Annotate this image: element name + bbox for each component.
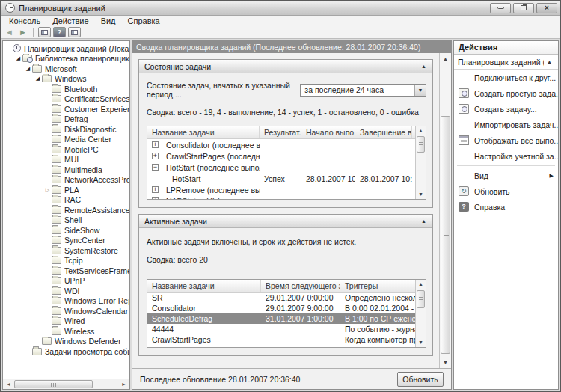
active-task-row[interactable]: ScheduledDefrag31.01.2007 1:00:00В 1:00 …: [147, 313, 415, 324]
collapsed-arrow-icon[interactable]: ▷: [43, 187, 52, 193]
tree-item[interactable]: SyncCenter: [3, 236, 129, 246]
tree-item[interactable]: Media Center: [3, 135, 129, 145]
tree-item[interactable]: Windows Defender: [3, 337, 129, 347]
summary-panel-scrollbar[interactable]: ▲ ▼: [439, 53, 451, 368]
tree-item[interactable]: Задачи просмотра событий: [3, 346, 129, 357]
collapse-minus-icon[interactable]: −: [152, 164, 159, 171]
summary-scroll-thumb[interactable]: [441, 116, 450, 354]
action-item[interactable]: Создать задачу...: [454, 101, 558, 117]
active-task-row[interactable]: CrawlStartPagesКогда компьютер прос...: [147, 334, 415, 345]
expand-plus-icon[interactable]: +: [152, 197, 159, 199]
expanded-arrow-icon[interactable]: ◢: [24, 66, 32, 72]
tree-item[interactable]: Windows Error Reporting: [3, 296, 129, 307]
column-header[interactable]: Название задачи: [147, 280, 261, 292]
tree-item[interactable]: MUI: [3, 155, 129, 165]
column-header[interactable]: Начало выпо...: [301, 126, 355, 138]
tree-item[interactable]: UPnP: [3, 276, 129, 287]
status-table-row[interactable]: +LPRemove (последнее выполн...: [147, 184, 415, 195]
tree-item[interactable]: ◢Microsoft: [3, 64, 129, 74]
tree-item[interactable]: DiskDiagnostic: [3, 124, 129, 135]
action-item[interactable]: Импортировать задач...: [454, 117, 558, 132]
tree-item[interactable]: MobilePC: [3, 144, 129, 155]
status-table-row[interactable]: −HotStart (последнее выполне...: [147, 162, 415, 173]
actions-group-header[interactable]: Планировщик заданий (Л... ▲: [454, 55, 558, 70]
status-table-scroll-thumb[interactable]: [417, 136, 425, 153]
show-console-tree-button[interactable]: [38, 27, 51, 37]
tree-item[interactable]: Bluetooth: [3, 84, 129, 94]
column-header[interactable]: Время следующего зап...: [261, 280, 340, 292]
tree-item[interactable]: Wired: [3, 316, 129, 327]
status-period-dropdown[interactable]: за последние 24 часа ▼: [300, 84, 426, 97]
tree-item[interactable]: Multimedia: [3, 165, 129, 175]
expand-plus-icon[interactable]: +: [152, 141, 159, 148]
tree-item[interactable]: Планировщик заданий (Локальный): [3, 43, 129, 54]
collapse-active-section-icon[interactable]: ▲: [418, 216, 429, 227]
column-header[interactable]: Результат...: [260, 126, 301, 138]
minimize-button[interactable]: [490, 3, 511, 13]
refresh-button[interactable]: Обновить: [397, 372, 444, 387]
expanded-arrow-icon[interactable]: ◢: [34, 76, 42, 82]
active-task-row[interactable]: HotStart: [147, 345, 415, 347]
collapse-status-section-icon[interactable]: ▲: [418, 61, 429, 72]
tree-item[interactable]: RAC: [3, 195, 129, 206]
column-header[interactable]: Завершение в...: [355, 126, 412, 138]
back-arrow-icon[interactable]: ◄: [4, 28, 15, 37]
expand-plus-icon[interactable]: +: [152, 153, 159, 159]
scroll-up-icon[interactable]: ▲: [416, 280, 426, 289]
action-item[interactable]: Отображать все выпо...: [454, 132, 558, 148]
action-item[interactable]: Подключиться к друг...: [454, 70, 558, 85]
tree-item[interactable]: SystemRestore: [3, 245, 129, 256]
status-table-row[interactable]: +Consolidator (последнее выпо...: [147, 139, 415, 150]
status-table-scrollbar[interactable]: ▲ ▼: [415, 126, 426, 199]
tree-item[interactable]: CertificateServicesClient: [3, 94, 129, 105]
tree-item[interactable]: RemoteAssistance: [3, 205, 129, 215]
tree-item[interactable]: ▷PLA: [3, 185, 129, 195]
expand-plus-icon[interactable]: +: [152, 186, 159, 193]
action-item[interactable]: ↻Обновить: [454, 183, 558, 199]
chevron-down-icon[interactable]: ▼: [414, 85, 426, 96]
horizontal-scroll-thumb[interactable]: [14, 380, 93, 388]
active-task-row[interactable]: SR29.01.2007 0:00:00Определено несколько…: [147, 293, 415, 303]
tree-item[interactable]: Tcpip: [3, 256, 129, 266]
scroll-right-icon[interactable]: ►: [119, 380, 129, 388]
menu-help[interactable]: Справка: [123, 16, 165, 25]
scroll-down-icon[interactable]: ▼: [441, 358, 450, 367]
tree-item[interactable]: NetworkAccessProtectio: [3, 175, 129, 186]
column-header[interactable]: Триггеры: [340, 280, 423, 292]
action-item[interactable]: Создать простую зада...: [454, 85, 558, 101]
action-item[interactable]: ?Справка: [454, 199, 558, 215]
active-table-scroll-thumb[interactable]: [417, 290, 425, 308]
scroll-down-icon[interactable]: ▼: [416, 338, 426, 347]
tree-item[interactable]: TextServicesFramework: [3, 266, 129, 276]
active-task-row[interactable]: 44444По событию - журнал: ...: [147, 324, 415, 334]
active-task-row[interactable]: Consolidator29.01.2007 9:00:00В 0:00 02.…: [147, 303, 415, 313]
tree-item[interactable]: Shell: [3, 215, 129, 226]
scroll-up-icon[interactable]: ▲: [416, 126, 426, 135]
status-table-row[interactable]: +CrawlStartPages (последнее в...: [147, 150, 415, 162]
tree-item[interactable]: Customer Experience Im: [3, 104, 129, 114]
expanded-arrow-icon[interactable]: ◢: [14, 55, 22, 61]
tree-item[interactable]: ◢Windows: [3, 74, 129, 85]
scroll-left-icon[interactable]: ◄: [4, 380, 13, 388]
tree-item[interactable]: SideShow: [3, 225, 129, 236]
tree-item[interactable]: WindowsCalendar: [3, 306, 129, 316]
show-action-pane-button[interactable]: [68, 27, 81, 37]
tree-item[interactable]: ◢Библиотека планировщика заданий: [3, 54, 129, 64]
scroll-up-icon[interactable]: ▲: [441, 54, 450, 64]
menu-view[interactable]: Вид: [96, 16, 121, 25]
column-header[interactable]: Название задачи: [147, 126, 260, 138]
status-table-row[interactable]: HotStartУспех28.01.2007 10:3...28.01.200…: [147, 173, 415, 184]
close-button[interactable]: ×: [536, 3, 557, 13]
menu-console[interactable]: Консоль: [4, 16, 46, 25]
tree-item[interactable]: WDI: [3, 286, 129, 296]
action-item[interactable]: Вид▶: [454, 168, 558, 183]
forward-arrow-icon[interactable]: ►: [17, 28, 28, 37]
help-button[interactable]: ?: [53, 27, 66, 37]
collapse-actions-group-icon[interactable]: ▲: [544, 57, 555, 67]
tree-item[interactable]: Wireless: [3, 326, 129, 337]
status-table-row[interactable]: +NAPStatus UI (последнее выпо...: [147, 195, 415, 199]
tree-horizontal-scrollbar[interactable]: ◄ ►: [3, 379, 129, 389]
menu-action[interactable]: Действие: [47, 16, 94, 25]
active-tasks-table-scrollbar[interactable]: ▲ ▼: [415, 280, 426, 347]
tree-item[interactable]: Defrag: [3, 114, 129, 125]
